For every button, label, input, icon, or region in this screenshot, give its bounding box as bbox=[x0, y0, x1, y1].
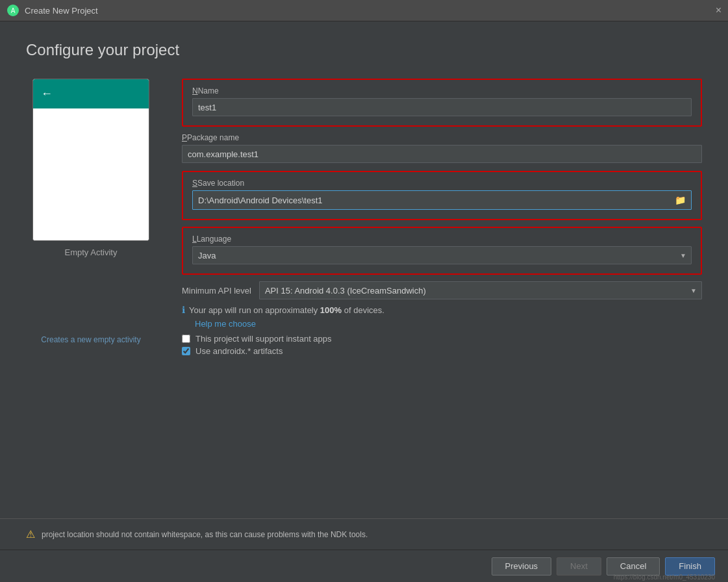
finish-button[interactable]: Finish bbox=[665, 557, 715, 576]
instant-apps-checkbox[interactable] bbox=[182, 335, 190, 343]
name-section: NName bbox=[182, 79, 702, 127]
right-panel: NName PPackage name SSave location 📁 bbox=[182, 79, 702, 576]
save-location-input-wrap: 📁 bbox=[192, 190, 692, 210]
creates-label: Creates a new empty activity bbox=[41, 335, 140, 344]
close-button[interactable]: × bbox=[716, 5, 722, 16]
main-container: Configure your project ← Empty Activity … bbox=[0, 21, 728, 582]
app-logo: A bbox=[6, 4, 19, 17]
next-button[interactable]: Next bbox=[557, 557, 601, 576]
svg-text:A: A bbox=[11, 7, 16, 14]
previous-button[interactable]: Previous bbox=[492, 557, 552, 576]
page-title: Configure your project bbox=[26, 41, 702, 59]
phone-preview: ← bbox=[32, 79, 149, 241]
name-label: NName bbox=[192, 86, 692, 95]
api-level-row: Minimum API level API 15: Android 4.0.3 … bbox=[182, 281, 702, 299]
androidx-label: Use androidx.* artifacts bbox=[195, 346, 282, 356]
api-level-select[interactable]: API 15: Android 4.0.3 (IceCreamSandwich)… bbox=[259, 281, 702, 299]
activity-label: Empty Activity bbox=[65, 247, 118, 257]
cancel-button[interactable]: Cancel bbox=[607, 557, 660, 576]
package-name-label: PPackage name bbox=[182, 133, 702, 142]
url-hint: https://blog.csdn.net/m0_45310230 bbox=[614, 574, 715, 582]
save-location-input[interactable] bbox=[193, 191, 670, 209]
api-level-label: Minimum API level bbox=[182, 286, 251, 296]
package-name-section: PPackage name bbox=[182, 133, 702, 163]
language-label: LLanguage bbox=[192, 234, 692, 244]
api-select-wrap: API 15: Android 4.0.3 (IceCreamSandwich)… bbox=[259, 281, 702, 299]
warning-icon: ⚠ bbox=[26, 528, 35, 540]
warning-bar: ⚠ project location should not contain wh… bbox=[0, 518, 728, 550]
language-select[interactable]: Java Kotlin bbox=[192, 246, 692, 264]
bottom-bar: Previous Next Cancel Finish https://blog… bbox=[0, 550, 728, 582]
info-row: ℹ Your app will run on approximately 100… bbox=[182, 305, 702, 315]
info-text: Your app will run on approximately 100% … bbox=[189, 305, 384, 315]
androidx-checkbox[interactable] bbox=[182, 347, 190, 355]
warning-text: project location should not contain whit… bbox=[42, 530, 368, 539]
language-section: LLanguage Java Kotlin ▼ bbox=[182, 227, 702, 275]
instant-apps-checkbox-row: This project will support instant apps bbox=[182, 334, 702, 344]
title-bar: A Create New Project × bbox=[0, 0, 728, 21]
save-location-label: SSave location bbox=[192, 179, 692, 188]
name-input[interactable] bbox=[192, 98, 692, 116]
androidx-checkbox-row: Use androidx.* artifacts bbox=[182, 346, 702, 356]
instant-apps-label: This project will support instant apps bbox=[195, 334, 332, 344]
back-arrow-icon: ← bbox=[41, 87, 53, 101]
save-location-section: SSave location 📁 bbox=[182, 171, 702, 220]
language-select-wrap: Java Kotlin ▼ bbox=[192, 246, 692, 264]
left-panel: ← Empty Activity Creates a new empty act… bbox=[26, 79, 156, 576]
info-icon: ℹ bbox=[182, 305, 185, 315]
content-area: ← Empty Activity Creates a new empty act… bbox=[26, 79, 702, 576]
title-bar-text: Create New Project bbox=[25, 6, 98, 16]
package-name-input[interactable] bbox=[182, 145, 702, 163]
help-link[interactable]: Help me choose bbox=[195, 319, 702, 329]
browse-button[interactable]: 📁 bbox=[670, 195, 691, 205]
phone-header: ← bbox=[33, 79, 149, 108]
phone-body bbox=[33, 108, 149, 240]
